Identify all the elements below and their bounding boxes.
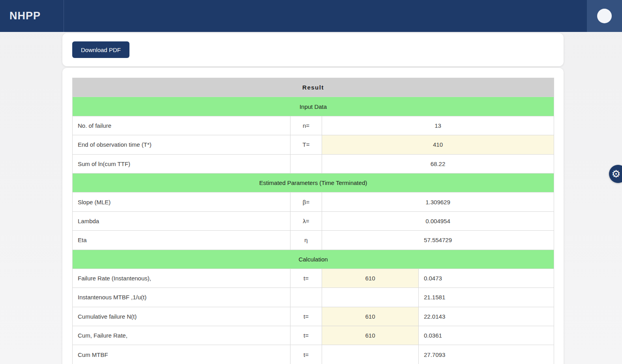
header-user-panel	[587, 0, 622, 32]
toolbar-card: Download PDF	[62, 33, 564, 66]
download-pdf-button[interactable]: Download PDF	[72, 41, 129, 58]
result-value-cell: 27.7093	[419, 345, 554, 364]
input-t-cell[interactable]: 610	[322, 307, 419, 326]
row-label: Cum MTBF	[73, 345, 290, 364]
row-label: Sum of ln(cum TTF)	[73, 154, 290, 173]
table-row: Cumulative failure N(t)t=61022.0143	[73, 307, 554, 326]
row-symbol	[290, 154, 322, 173]
result-card: ResultInput DataNo. of failuren=13End of…	[62, 68, 564, 364]
value-cell: 1.309629	[322, 192, 554, 211]
row-symbol: n=	[290, 116, 322, 135]
header-bar	[64, 0, 587, 32]
row-label: Cum, Failure Rate,	[73, 326, 290, 345]
table-row: Cum MTBFt=27.7093	[73, 345, 554, 364]
table-row: Calculation	[73, 250, 554, 269]
result-value-cell: 21.1581	[419, 288, 554, 307]
table-row: Etaη57.554729	[73, 231, 554, 250]
row-label: End of observation time (T*)	[73, 135, 290, 154]
table-row: Sum of ln(cum TTF)68.22	[73, 154, 554, 173]
row-symbol	[290, 288, 322, 307]
table-row: Result	[73, 78, 554, 97]
table-row: No. of failuren=13	[73, 116, 554, 135]
row-symbol: T=	[290, 135, 322, 154]
row-label: No. of failure	[73, 116, 290, 135]
table-row: Slope (MLE)β=1.309629	[73, 192, 554, 211]
row-symbol: t=	[290, 307, 322, 326]
row-label: Slope (MLE)	[73, 192, 290, 211]
app-header: NHPP	[0, 0, 622, 32]
result-value-cell: 0.0361	[419, 326, 554, 345]
table-row: Cum, Failure Rate,t=6100.0361	[73, 326, 554, 345]
table-title: Result	[73, 78, 554, 97]
row-symbol: η	[290, 231, 322, 250]
value-cell: 68.22	[322, 154, 554, 173]
value-cell: 13	[322, 116, 554, 135]
table-section-header: Calculation	[73, 250, 554, 269]
table-row: Estimated Parameters (Time Terminated)	[73, 173, 554, 192]
result-value-cell: 22.0143	[419, 307, 554, 326]
table-row: Input Data	[73, 97, 554, 116]
input-t-cell[interactable]: 610	[322, 269, 419, 287]
table-section-header: Estimated Parameters (Time Terminated)	[73, 173, 554, 192]
t-cell	[322, 288, 419, 307]
table-section-header: Input Data	[73, 97, 554, 116]
t-cell	[322, 345, 419, 364]
row-label: Instantenous MTBF ,1/u(t)	[73, 288, 290, 307]
result-value-cell: 0.0473	[419, 269, 554, 287]
row-label: Eta	[73, 231, 290, 250]
row-symbol: β=	[290, 192, 322, 211]
result-table: ResultInput DataNo. of failuren=13End of…	[72, 78, 554, 364]
row-symbol: t=	[290, 326, 322, 345]
input-t-cell[interactable]: 610	[322, 326, 419, 345]
row-label: Failure Rate (Instantenous),	[73, 269, 290, 287]
user-avatar[interactable]	[597, 9, 612, 23]
table-row: Instantenous MTBF ,1/u(t)21.1581	[73, 288, 554, 307]
table-row: Failure Rate (Instantenous),t=6100.0473	[73, 269, 554, 287]
value-cell: 0.004954	[322, 211, 554, 230]
row-symbol: λ=	[290, 211, 322, 230]
row-symbol: t=	[290, 345, 322, 364]
row-symbol: t=	[290, 269, 322, 287]
value-cell: 57.554729	[322, 231, 554, 250]
nav-brand[interactable]: NHPP	[0, 0, 64, 32]
table-row: Lambdaλ=0.004954	[73, 211, 554, 230]
settings-button[interactable]: ⚙	[609, 165, 622, 183]
table-row: End of observation time (T*)T=410	[73, 135, 554, 154]
input-value-cell[interactable]: 410	[322, 135, 554, 154]
gear-icon: ⚙	[611, 169, 620, 179]
row-label: Lambda	[73, 211, 290, 230]
row-label: Cumulative failure N(t)	[73, 307, 290, 326]
